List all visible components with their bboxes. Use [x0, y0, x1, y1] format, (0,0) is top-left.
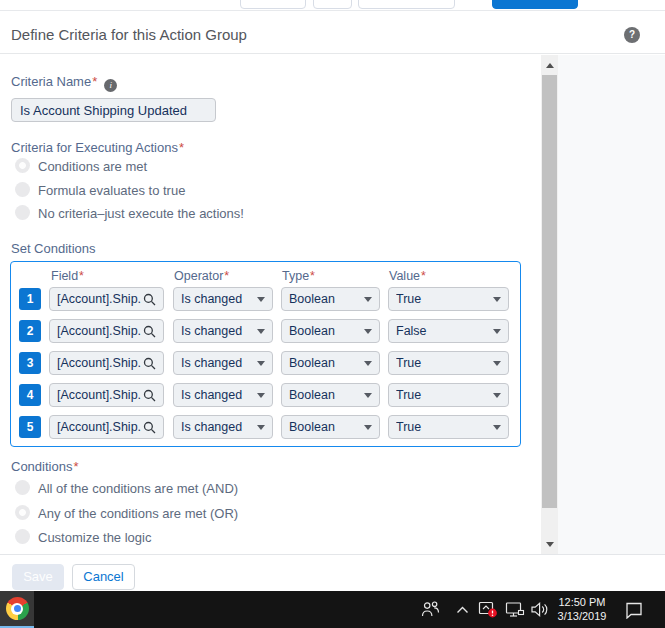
tray-expand-chevron-icon[interactable]: [452, 591, 472, 628]
clock-date: 3/13/2019: [553, 609, 611, 623]
chevron-down-icon: [493, 393, 501, 398]
row-number-badge: 3: [19, 352, 41, 374]
info-icon[interactable]: i: [104, 79, 117, 92]
column-header-type: Type*: [282, 269, 315, 283]
help-icon[interactable]: ?: [624, 27, 640, 43]
operator-select[interactable]: Is changed: [173, 383, 273, 407]
value-select[interactable]: True: [388, 287, 509, 311]
search-icon: [143, 357, 156, 370]
row-number-badge: 5: [19, 416, 41, 438]
top-toolbar: [0, 0, 665, 11]
radio-button-icon[interactable]: [15, 158, 30, 173]
right-gutter: [558, 55, 665, 554]
criteria-form: Criteria Name*i Criteria for Executing A…: [0, 55, 665, 554]
toolbar-button-primary-partial[interactable]: [492, 0, 578, 9]
type-select[interactable]: Boolean: [281, 415, 380, 439]
radio-conditions-are-met[interactable]: Conditions are met: [10, 158, 310, 174]
criteria-name-input[interactable]: [11, 98, 216, 122]
radio-formula-evaluates-true[interactable]: Formula evaluates to true: [10, 182, 310, 198]
scroll-up-arrow[interactable]: [541, 57, 558, 73]
chevron-down-icon: [257, 297, 265, 302]
conditions-logic-label: Conditions*: [11, 459, 79, 474]
chevron-down-icon: [364, 361, 372, 366]
field-lookup[interactable]: [Account].Ship...: [49, 415, 164, 439]
search-icon: [143, 325, 156, 338]
chevron-down-icon: [364, 329, 372, 334]
footer: Save Cancel: [0, 554, 665, 591]
field-lookup[interactable]: [Account].Ship...: [49, 383, 164, 407]
chevron-down-icon: [493, 297, 501, 302]
column-header-value: Value*: [389, 269, 426, 283]
conditions-table: Field* Operator* Type* Value* 1 [Account…: [10, 261, 521, 447]
toolbar-button-partial-1[interactable]: [240, 0, 306, 9]
radio-no-criteria[interactable]: No criteria–just execute the actions!: [10, 205, 310, 221]
field-lookup[interactable]: [Account].Ship...: [49, 351, 164, 375]
operator-select[interactable]: Is changed: [173, 287, 273, 311]
save-button[interactable]: Save: [12, 564, 64, 590]
scrollbar-thumb[interactable]: [542, 75, 557, 508]
search-icon: [143, 293, 156, 306]
operator-select[interactable]: Is changed: [173, 415, 273, 439]
value-select[interactable]: True: [388, 415, 509, 439]
app-notification-icon[interactable]: [476, 591, 500, 628]
chrome-taskbar-button[interactable]: [0, 591, 34, 628]
network-icon[interactable]: [503, 591, 527, 628]
operator-select[interactable]: Is changed: [173, 351, 273, 375]
chevron-down-icon: [257, 361, 265, 366]
chevron-down-icon: [493, 425, 501, 430]
type-select[interactable]: Boolean: [281, 287, 380, 311]
toolbar-button-partial-3[interactable]: [358, 0, 455, 9]
column-header-operator: Operator*: [174, 269, 229, 283]
radio-button-icon[interactable]: [15, 480, 30, 495]
scroll-down-arrow[interactable]: [541, 536, 558, 552]
toolbar-button-partial-2[interactable]: [313, 0, 352, 9]
set-conditions-label: Set Conditions: [11, 241, 96, 256]
field-lookup[interactable]: [Account].Ship...: [49, 319, 164, 343]
search-icon: [143, 389, 156, 402]
radio-customize-logic[interactable]: Customize the logic: [10, 529, 330, 545]
chevron-down-icon: [493, 361, 501, 366]
windows-taskbar: 12:50 PM 3/13/2019: [0, 591, 665, 628]
people-icon[interactable]: [418, 591, 442, 628]
page-title: Define Criteria for this Action Group: [11, 26, 247, 43]
type-select[interactable]: Boolean: [281, 383, 380, 407]
chevron-down-icon: [257, 393, 265, 398]
criteria-name-label: Criteria Name*i: [11, 74, 117, 92]
action-center-icon[interactable]: [620, 591, 648, 628]
value-select[interactable]: True: [388, 351, 509, 375]
chevron-down-icon: [257, 425, 265, 430]
chevron-down-icon: [493, 329, 501, 334]
chevron-down-icon: [257, 329, 265, 334]
chevron-down-icon: [364, 297, 372, 302]
taskbar-clock[interactable]: 12:50 PM 3/13/2019: [553, 595, 611, 623]
field-lookup[interactable]: [Account].Ship...: [49, 287, 164, 311]
chevron-down-icon: [364, 425, 372, 430]
row-number-badge: 2: [19, 320, 41, 342]
executing-actions-label: Criteria for Executing Actions*: [11, 140, 184, 155]
radio-button-icon[interactable]: [15, 182, 30, 197]
clock-time: 12:50 PM: [553, 595, 611, 609]
cancel-button[interactable]: Cancel: [72, 564, 135, 590]
radio-any-conditions-or[interactable]: Any of the conditions are met (OR): [10, 505, 330, 521]
value-select[interactable]: True: [388, 383, 509, 407]
type-select[interactable]: Boolean: [281, 351, 380, 375]
chevron-down-icon: [364, 393, 372, 398]
operator-select[interactable]: Is changed: [173, 319, 273, 343]
panel-header: Define Criteria for this Action Group ?: [0, 12, 665, 54]
column-header-field: Field*: [51, 269, 84, 283]
volume-icon[interactable]: [528, 591, 552, 628]
chrome-icon: [6, 597, 29, 620]
type-select[interactable]: Boolean: [281, 319, 380, 343]
radio-button-icon[interactable]: [15, 205, 30, 220]
value-select[interactable]: False: [388, 319, 509, 343]
radio-button-icon[interactable]: [15, 529, 30, 544]
vertical-scrollbar[interactable]: [541, 55, 558, 554]
row-number-badge: 1: [19, 288, 41, 310]
row-number-badge: 4: [19, 384, 41, 406]
radio-button-icon[interactable]: [15, 505, 30, 520]
radio-all-conditions-and[interactable]: All of the conditions are met (AND): [10, 480, 330, 496]
search-icon: [143, 421, 156, 434]
